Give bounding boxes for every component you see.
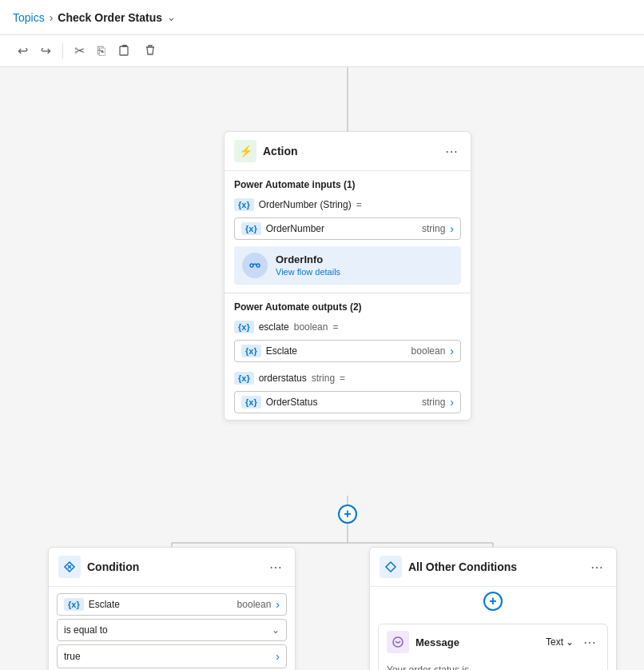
out1-arrow-icon: › xyxy=(450,345,454,357)
var-badge-input1-val: {x} xyxy=(241,222,261,235)
out2-value: OrderStatus xyxy=(266,397,417,408)
aoc-node-header: All Other Conditions ⋯ xyxy=(370,548,616,587)
message-node: Message Text ⌄ ⋯ Your order status is... xyxy=(378,624,608,670)
svg-point-10 xyxy=(256,264,260,267)
paste-button[interactable] xyxy=(113,40,136,62)
message-node-header: Message Text ⌄ ⋯ xyxy=(379,624,607,660)
breadcrumb-sep: › xyxy=(50,11,54,24)
pa-output-row-1: {x} esclate boolean = xyxy=(225,317,471,337)
aoc-node-menu-button[interactable]: ⋯ xyxy=(587,558,606,576)
undo-button[interactable]: ↩ xyxy=(13,40,33,62)
var-badge-out2: {x} xyxy=(234,372,254,385)
out1-value: Esclate xyxy=(266,345,407,357)
cond-var-badge: {x} xyxy=(64,598,84,611)
message-body: Your order status is... xyxy=(379,660,607,670)
order-info-icon xyxy=(242,253,268,278)
toolbar: ↩ ↩ ✂ ⎘ xyxy=(0,35,644,67)
action-node-header: ⚡ Action ⋯ xyxy=(225,132,471,171)
breadcrumb-topics[interactable]: Topics xyxy=(13,11,45,24)
out1-name: esclate xyxy=(259,321,289,333)
order-info-text: OrderInfo View flow details xyxy=(276,253,340,277)
breadcrumb-chevron-icon[interactable]: ⌄ xyxy=(167,11,176,23)
output1-param-row[interactable]: {x} Esclate boolean › xyxy=(234,340,461,362)
input1-arrow-icon: › xyxy=(450,222,454,235)
value-row[interactable]: true › xyxy=(57,644,287,668)
condition-param-row[interactable]: {x} Esclate boolean › xyxy=(57,593,287,616)
cond-arrow-icon: › xyxy=(276,598,280,611)
action-icon: ⚡ xyxy=(234,140,256,162)
top-bar: Topics › Check Order Status ⌄ xyxy=(0,0,644,35)
canvas: ⚡ Action ⋯ Power Automate inputs (1) {x}… xyxy=(0,67,644,670)
out2-type: string xyxy=(312,373,335,384)
aoc-node-title: All Other Conditions xyxy=(408,560,581,573)
message-title: Message xyxy=(415,636,539,648)
input1-param-row[interactable]: {x} OrderNumber string › xyxy=(234,217,461,240)
breadcrumb-current: Check Order Status xyxy=(58,11,162,24)
aoc-node: All Other Conditions ⋯ + Message Text ⌄ xyxy=(369,547,617,670)
input1-value: OrderNumber xyxy=(266,223,417,234)
input1-name: OrderNumber (String) xyxy=(259,199,352,210)
out1-type: boolean xyxy=(294,321,328,333)
copy-button[interactable]: ⎘ xyxy=(93,41,110,62)
message-node-menu-button[interactable]: ⋯ xyxy=(580,633,599,652)
pa-output-row-2: {x} orderstatus string = xyxy=(225,369,471,388)
pa-inputs-label: Power Automate inputs (1) xyxy=(225,171,471,195)
condition-node-title: Condition xyxy=(87,560,260,573)
action-node-menu-button[interactable]: ⋯ xyxy=(442,142,461,161)
out1-equals: = xyxy=(332,321,338,333)
operator-chevron-icon: ⌄ xyxy=(272,624,280,636)
condition-node-menu-button[interactable]: ⋯ xyxy=(266,558,285,576)
message-icon xyxy=(387,631,409,653)
aoc-plus-area: + xyxy=(370,587,616,616)
svg-rect-0 xyxy=(120,46,128,55)
svg-rect-1 xyxy=(122,45,127,47)
out2-arrow-icon: › xyxy=(450,396,454,409)
condition-icon xyxy=(58,556,81,578)
action-node-title: Action xyxy=(263,145,435,158)
condition-node: Condition ⋯ {x} Esclate boolean › is equ… xyxy=(48,547,296,670)
message-type-label: Text xyxy=(546,636,563,648)
pa-input-row-1: {x} OrderNumber (String) = xyxy=(225,195,471,214)
out1-vtype: boolean xyxy=(411,345,446,357)
var-badge-out1-val: {x} xyxy=(241,345,261,357)
cut-button[interactable]: ✂ xyxy=(70,40,89,62)
message-type-chevron-icon: ⌄ xyxy=(566,636,574,648)
var-badge-out1: {x} xyxy=(234,321,254,333)
output2-param-row[interactable]: {x} OrderStatus string › xyxy=(234,391,461,413)
aoc-add-node-button[interactable]: + xyxy=(483,592,503,611)
input1-type: string xyxy=(422,223,445,234)
plus-icon: + xyxy=(344,507,351,521)
cond-param-value: Esclate xyxy=(89,599,233,610)
value-arrow-icon: › xyxy=(276,650,280,663)
out2-equals: = xyxy=(340,373,345,384)
svg-point-11 xyxy=(393,637,403,647)
action-node: ⚡ Action ⋯ Power Automate inputs (1) {x}… xyxy=(224,131,471,421)
delete-button[interactable] xyxy=(139,40,161,62)
svg-point-9 xyxy=(250,264,253,267)
view-flow-details-link[interactable]: View flow details xyxy=(276,267,340,277)
var-badge-out2-val: {x} xyxy=(241,396,261,409)
condition-value: true xyxy=(64,651,81,662)
operator-text: is equal to xyxy=(64,624,108,636)
condition-node-header: Condition ⋯ xyxy=(49,548,295,587)
cond-param-type: boolean xyxy=(237,599,272,610)
out2-vtype: string xyxy=(422,397,445,408)
var-badge-input1: {x} xyxy=(234,198,254,211)
message-type-button[interactable]: Text ⌄ xyxy=(546,636,574,648)
toolbar-divider xyxy=(62,43,63,59)
add-node-button[interactable]: + xyxy=(338,504,357,524)
order-info-title: OrderInfo xyxy=(276,253,340,265)
pa-outputs-label: Power Automate outputs (2) xyxy=(225,293,471,317)
operator-dropdown[interactable]: is equal to ⌄ xyxy=(57,619,287,641)
out2-name: orderstatus xyxy=(259,373,307,384)
aoc-icon xyxy=(380,556,402,578)
redo-button[interactable]: ↩ xyxy=(36,40,56,62)
input1-equals: = xyxy=(356,199,362,210)
lightning-icon: ⚡ xyxy=(239,145,252,158)
order-info-card: OrderInfo View flow details xyxy=(234,246,461,285)
